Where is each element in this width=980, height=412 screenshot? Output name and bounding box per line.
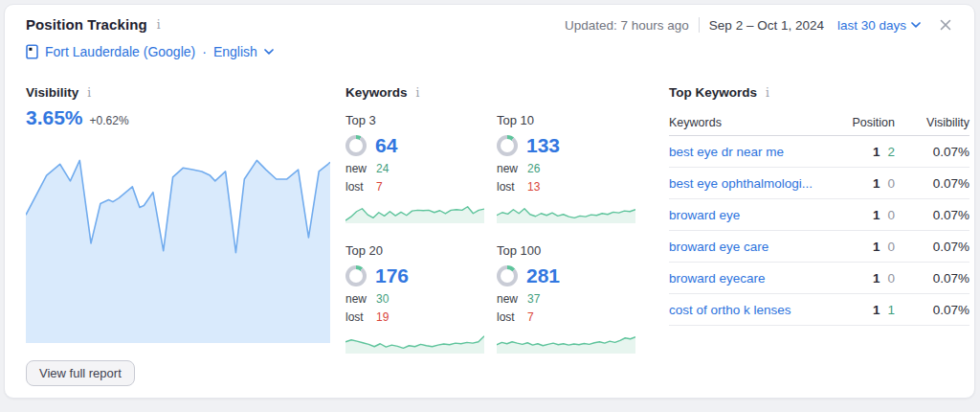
- table-row[interactable]: broward eyecare 10 0.07%: [669, 263, 969, 294]
- lost-count: 13: [527, 180, 540, 194]
- table-row[interactable]: broward eye care 10 0.07%: [669, 231, 969, 263]
- new-count: 37: [527, 292, 540, 306]
- donut-ring-icon: [345, 135, 367, 156]
- keywords-card-top100: Top 100 281 new37 lost7: [497, 243, 635, 354]
- table-header-row: Keywords Position Visibility: [669, 109, 969, 136]
- close-icon[interactable]: [940, 19, 951, 31]
- period-label: last 30 days: [837, 18, 906, 33]
- new-count: 24: [376, 162, 389, 175]
- keyword-count: 281: [526, 264, 560, 287]
- header-controls: Updated: 7 hours ago Sep 2 – Oct 1, 2024…: [565, 17, 951, 33]
- sparkline-chart: [345, 330, 484, 354]
- visibility-section-title: Visibility: [26, 85, 78, 100]
- visibility-value: 3.65%: [26, 106, 83, 129]
- table-row[interactable]: best eye dr near me 12 0.07%: [669, 136, 969, 168]
- date-range: Sep 2 – Oct 1, 2024: [709, 18, 824, 33]
- position-tracking-widget: Position Tracking i Updated: 7 hours ago…: [4, 4, 975, 399]
- position-diff: 1: [887, 303, 895, 317]
- period-dropdown[interactable]: last 30 days: [837, 18, 921, 33]
- position-value: 1: [873, 208, 880, 222]
- position-diff: 2: [887, 145, 895, 159]
- new-label: new: [345, 292, 376, 306]
- device-icon: [26, 44, 38, 59]
- visibility-value: 0.07%: [895, 176, 969, 191]
- donut-ring-icon: [345, 265, 367, 286]
- sparkline-chart: [497, 330, 635, 354]
- keywords-card-top20: Top 20 176 new30 lost19: [345, 243, 484, 354]
- info-icon[interactable]: i: [85, 86, 93, 100]
- keyword-link[interactable]: best eye dr near me: [669, 145, 784, 159]
- top-keywords-section-title: Top Keywords: [669, 85, 757, 100]
- divider: [699, 17, 700, 33]
- widget-header: Position Tracking i: [26, 16, 163, 33]
- chevron-down-icon: [264, 49, 274, 55]
- new-label: new: [497, 162, 527, 175]
- sparkline-chart: [497, 199, 635, 223]
- visibility-section: Visibility i 3.65% +0.62%: [26, 85, 330, 129]
- top-keywords-table: Keywords Position Visibility best eye dr…: [669, 109, 969, 326]
- info-icon[interactable]: i: [155, 18, 163, 32]
- visibility-chart: [26, 145, 330, 343]
- keyword-link[interactable]: broward eye care: [669, 240, 768, 254]
- view-full-report-button[interactable]: View full report: [26, 360, 135, 386]
- card-label: Top 3: [345, 113, 484, 127]
- lost-count: 7: [376, 180, 383, 194]
- table-row[interactable]: best eye ophthalmologi... 10 0.07%: [669, 168, 969, 199]
- info-icon[interactable]: i: [414, 86, 422, 100]
- position-value: 1: [873, 303, 880, 317]
- donut-ring-icon: [497, 135, 518, 156]
- position-value: 1: [873, 145, 880, 159]
- keyword-count: 176: [375, 264, 409, 287]
- column-header-keywords: Keywords: [669, 116, 835, 129]
- campaign-separator: ·: [202, 44, 207, 59]
- position-diff: 0: [887, 240, 895, 254]
- new-label: new: [497, 292, 527, 306]
- lost-label: lost: [345, 180, 376, 194]
- page: { "header": { "title": "Position Trackin…: [0, 0, 980, 412]
- lost-count: 19: [376, 310, 389, 324]
- page-title: Position Tracking: [26, 16, 147, 33]
- keyword-link[interactable]: broward eyecare: [669, 271, 766, 286]
- visibility-value: 0.07%: [895, 145, 969, 159]
- table-row[interactable]: cost of ortho k lenses 11 0.07%: [669, 294, 969, 326]
- top-keywords-section: Top Keywords i Keywords Position Visibil…: [669, 85, 969, 326]
- language-label: English: [213, 44, 257, 59]
- keyword-count: 133: [526, 134, 560, 157]
- keywords-card-top10: Top 10 133 new26 lost13: [497, 113, 635, 223]
- lost-label: lost: [345, 310, 376, 324]
- new-label: new: [345, 162, 376, 175]
- keywords-section: Keywords i Top 3 64 new24 lost7 Top 10: [345, 85, 637, 354]
- column-header-position: Position: [835, 116, 895, 129]
- position-value: 1: [873, 176, 880, 191]
- keywords-cards: Top 3 64 new24 lost7 Top 10 133 new26: [345, 113, 637, 354]
- position-value: 1: [873, 240, 880, 254]
- keyword-link[interactable]: cost of ortho k lenses: [669, 303, 791, 317]
- position-diff: 0: [887, 271, 895, 286]
- position-diff: 0: [887, 176, 895, 191]
- card-label: Top 20: [345, 243, 484, 258]
- visibility-area: [26, 160, 330, 343]
- lost-label: lost: [497, 310, 527, 324]
- table-row[interactable]: broward eye 10 0.07%: [669, 199, 969, 231]
- visibility-value: 0.07%: [895, 303, 969, 317]
- visibility-value: 0.07%: [895, 271, 969, 286]
- keyword-link[interactable]: best eye ophthalmologi...: [669, 176, 813, 191]
- sparkline-chart: [345, 199, 484, 223]
- column-header-visibility: Visibility: [895, 116, 969, 129]
- keywords-card-top3: Top 3 64 new24 lost7: [345, 113, 484, 223]
- card-label: Top 100: [497, 243, 635, 258]
- new-count: 30: [376, 292, 389, 306]
- visibility-change: +0.62%: [90, 114, 129, 127]
- chevron-down-icon: [911, 22, 921, 28]
- campaign-label: Fort Lauderdale (Google): [45, 44, 195, 59]
- position-diff: 0: [887, 208, 895, 222]
- donut-ring-icon: [497, 265, 518, 286]
- campaign-selector[interactable]: Fort Lauderdale (Google) · English: [26, 44, 274, 59]
- keywords-section-title: Keywords: [345, 85, 408, 100]
- visibility-value: 0.07%: [895, 240, 969, 254]
- info-icon[interactable]: i: [764, 86, 771, 100]
- keyword-link[interactable]: broward eye: [669, 208, 740, 222]
- lost-label: lost: [497, 180, 527, 194]
- card-label: Top 10: [497, 113, 635, 127]
- lost-count: 7: [527, 310, 534, 324]
